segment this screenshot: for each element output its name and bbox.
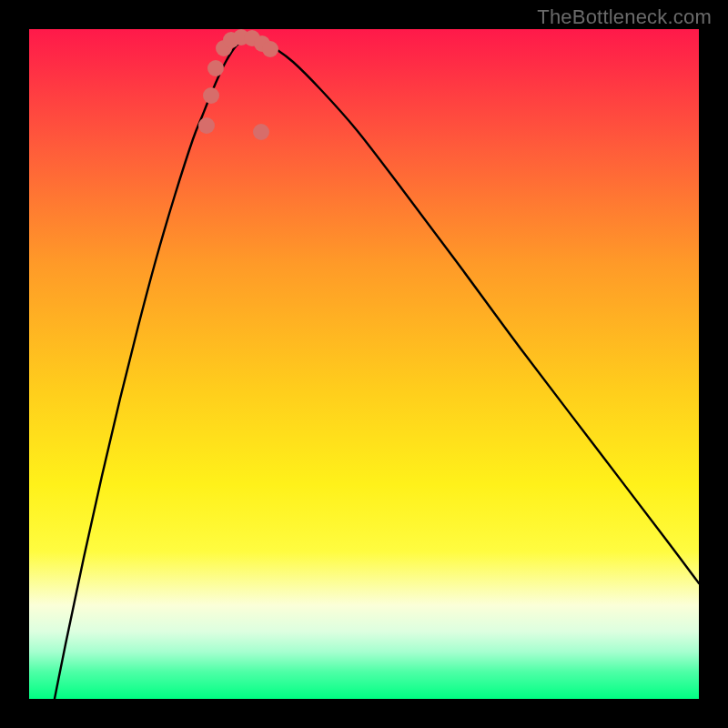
chart-svg [29, 29, 699, 699]
curve-dot [207, 60, 224, 76]
curve-dot [253, 124, 269, 140]
plot-area [29, 29, 699, 699]
curve-dots [198, 29, 278, 140]
watermark-text: TheBottleneck.com [537, 5, 712, 29]
outer-frame: TheBottleneck.com [0, 0, 728, 728]
curve-dot [198, 117, 215, 134]
bottleneck-curve [47, 38, 699, 728]
curve-dot [262, 41, 278, 57]
curve-dot [203, 87, 219, 104]
